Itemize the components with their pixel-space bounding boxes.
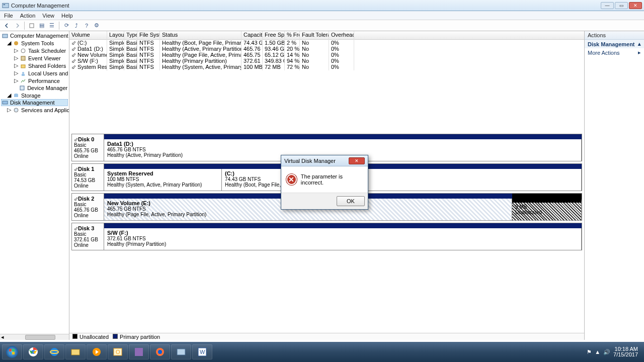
svg-rect-6 (21, 56, 25, 60)
menu-view[interactable]: View (42, 13, 54, 19)
dialog-close-button[interactable]: ✕ (349, 157, 365, 164)
legend: Unallocated Primary partition (69, 333, 584, 340)
minimize-button[interactable]: — (601, 2, 614, 9)
actions-panel: Actions Disk Management▴ More Actions▸ (585, 31, 644, 340)
error-icon: ✕ (286, 174, 297, 185)
volume-row[interactable]: ⬃ System ReservedSimpleBasicNTFSHealthy … (69, 64, 584, 70)
error-dialog: Virtual Disk Manager ✕ ✕ The parameter i… (281, 155, 368, 210)
actions-header: Actions (585, 31, 644, 40)
system-tray[interactable]: ⚑ ▲ 🔊 10:18 AM7/15/2017 (587, 346, 642, 357)
app-icon (2, 2, 9, 9)
tree-scrollbar[interactable]: ◂ (0, 334, 69, 340)
svg-point-31 (158, 350, 162, 354)
svg-point-5 (21, 49, 25, 53)
svg-point-14 (14, 108, 18, 112)
menu-bar: File Action View Help (0, 11, 644, 20)
svg-rect-24 (71, 349, 79, 355)
tray-network-icon[interactable]: ▲ (595, 349, 600, 355)
partition[interactable]: System Reserved100 MB NTFSHealthy (Syste… (104, 169, 222, 191)
actions-more[interactable]: More Actions▸ (585, 48, 644, 57)
tree-services[interactable]: ▷ Services and Applications (1, 106, 68, 114)
forward-icon[interactable] (13, 22, 21, 30)
tree-local-users[interactable]: ▷ Local Users and Groups (1, 69, 68, 77)
tree-task-scheduler[interactable]: ▷ Task Scheduler (1, 47, 68, 54)
toolbar: ▤ ☰ ⟳ ⤴ ? ⚙ (0, 20, 644, 31)
volume-table[interactable]: VolumeLayoutTypeFile SystemStatusCapacit… (69, 31, 584, 132)
taskbar-explorer[interactable] (65, 344, 86, 359)
dialog-message: The parameter is incorrect. (301, 173, 363, 186)
taskbar-compmgmt[interactable] (171, 344, 191, 359)
menu-action[interactable]: Action (20, 13, 36, 19)
svg-rect-13 (3, 101, 8, 104)
svg-rect-17 (12, 349, 15, 351)
list-icon[interactable]: ☰ (48, 22, 56, 30)
window-title: Computer Management (11, 3, 69, 9)
svg-text:W: W (200, 349, 205, 355)
svg-text:O: O (116, 349, 120, 355)
maximize-button[interactable]: ▭ (615, 2, 628, 9)
svg-rect-9 (22, 74, 25, 76)
dialog-ok-button[interactable]: OK (337, 196, 365, 206)
help-icon[interactable]: ? (83, 22, 91, 30)
start-button[interactable] (2, 344, 22, 359)
properties-icon[interactable]: ▤ (38, 22, 46, 30)
up-icon[interactable] (28, 22, 36, 30)
partition[interactable]: S/W (F:)372.61 GB NTFSHealthy (Primary P… (104, 228, 582, 250)
svg-rect-7 (21, 65, 25, 68)
svg-rect-18 (9, 352, 12, 354)
svg-rect-1 (4, 4, 6, 5)
menu-help[interactable]: Help (61, 13, 73, 19)
nav-tree: Computer Management (Local) ◢ System Too… (0, 31, 69, 340)
tree-system-tools[interactable]: ◢ System Tools (1, 39, 68, 47)
tree-device-manager[interactable]: Device Manager (1, 84, 68, 92)
tray-clock[interactable]: 10:18 AM7/15/2017 (613, 346, 638, 357)
svg-rect-32 (177, 349, 185, 355)
svg-rect-12 (14, 95, 18, 97)
taskbar[interactable]: O W ⚑ ▲ 🔊 10:18 AM7/15/2017 (0, 342, 644, 362)
taskbar-chrome[interactable] (23, 344, 43, 359)
dialog-title: Virtual Disk Manager (284, 158, 336, 164)
svg-rect-0 (3, 3, 9, 8)
back-icon[interactable] (3, 22, 11, 30)
svg-rect-19 (12, 352, 15, 354)
svg-rect-3 (3, 34, 8, 38)
svg-rect-10 (20, 86, 24, 90)
svg-point-22 (50, 348, 58, 356)
close-button[interactable]: ✕ (629, 2, 642, 9)
svg-point-4 (14, 41, 18, 45)
svg-point-8 (22, 72, 24, 74)
export-icon[interactable]: ⤴ (72, 22, 80, 30)
dialog-titlebar[interactable]: Virtual Disk Manager ✕ (281, 155, 368, 166)
partition[interactable]: (C:)74.43 GB NTFSHealthy (Boot, Page Fil… (222, 169, 582, 191)
svg-rect-29 (135, 348, 143, 356)
taskbar-word[interactable]: W (192, 344, 212, 359)
svg-rect-2 (30, 24, 34, 28)
tree-event-viewer[interactable]: ▷ Event Viewer (1, 54, 68, 62)
tree-disk-management[interactable]: Disk Management (1, 99, 68, 106)
taskbar-firefox[interactable] (150, 344, 170, 359)
collapse-icon: ▴ (638, 41, 641, 47)
actions-disk-mgmt[interactable]: Disk Management▴ (585, 40, 644, 48)
taskbar-app1[interactable] (129, 344, 149, 359)
tree-shared-folders[interactable]: ▷ Shared Folders (1, 62, 68, 69)
title-bar: Computer Management — ▭ ✕ (0, 0, 644, 11)
taskbar-media[interactable] (87, 344, 107, 359)
volume-header[interactable]: VolumeLayoutTypeFile SystemStatusCapacit… (69, 31, 584, 40)
tray-flag-icon[interactable]: ⚑ (587, 349, 592, 355)
tree-performance[interactable]: ▷ Performance (1, 77, 68, 84)
tray-volume-icon[interactable]: 🔊 (603, 349, 610, 355)
taskbar-ie[interactable] (44, 344, 64, 359)
tree-storage[interactable]: ◢ Storage (1, 92, 68, 99)
tree-root[interactable]: Computer Management (Local) (1, 32, 68, 39)
taskbar-outlook[interactable]: O (108, 344, 128, 359)
disk-block[interactable]: ⬃Disk 3Basic372.61 GBOnlineS/W (F:)372.6… (71, 223, 582, 250)
refresh-icon[interactable]: ⟳ (62, 22, 70, 30)
settings-icon[interactable]: ⚙ (93, 22, 101, 30)
chevron-right-icon: ▸ (638, 49, 641, 56)
svg-rect-16 (9, 349, 12, 351)
unallocated-region[interactable]: 9 MBUnallocated (512, 199, 582, 220)
menu-file[interactable]: File (4, 13, 13, 19)
